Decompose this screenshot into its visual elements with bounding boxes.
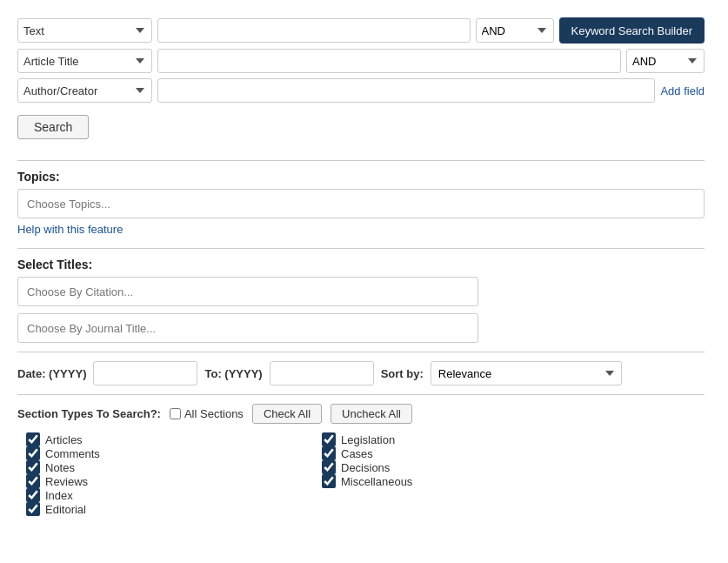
checkbox-miscellaneous: Miscellaneous [322, 474, 583, 488]
checkbox-editorial-label[interactable]: Editorial [45, 503, 86, 516]
search-button[interactable]: Search [17, 115, 89, 139]
left-checkboxes: Articles Comments Notes Reviews Index [26, 432, 287, 516]
all-sections-checkbox[interactable] [170, 408, 181, 419]
field-type-select-2[interactable]: Text Article Title Author/Creator Subjec… [17, 49, 152, 73]
checkbox-reviews: Reviews [26, 474, 287, 488]
sort-label: Sort by: [381, 367, 424, 380]
date-from-input[interactable] [93, 361, 197, 385]
checkbox-comments: Comments [26, 446, 287, 460]
connector-select-1[interactable]: AND OR NOT [476, 18, 554, 43]
checkbox-articles-input[interactable] [26, 432, 40, 446]
checkbox-notes-input[interactable] [26, 460, 40, 474]
uncheck-all-button[interactable]: Uncheck All [331, 404, 412, 424]
sort-select[interactable]: Relevance Date Ascending Date Descending… [431, 361, 622, 385]
right-checkboxes: Legislation Cases Decisions Miscellaneou… [322, 432, 583, 516]
section-types-container: Section Types To Search?: All Sections C… [17, 404, 705, 516]
checkbox-comments-input[interactable] [26, 446, 40, 460]
checkbox-decisions-input[interactable] [322, 460, 336, 474]
checkbox-articles-label[interactable]: Articles [45, 433, 83, 446]
divider-3 [17, 352, 705, 352]
section-types-label: Section Types To Search?: [17, 407, 161, 420]
search-form: Text Article Title Author/Creator Subjec… [17, 17, 705, 516]
checkbox-index-label[interactable]: Index [45, 489, 73, 502]
field-type-select-1[interactable]: Text Article Title Author/Creator Subjec… [17, 18, 152, 43]
checkbox-reviews-input[interactable] [26, 474, 40, 488]
citation-input[interactable] [17, 277, 478, 306]
field-row-2: Text Article Title Author/Creator Subjec… [17, 49, 705, 73]
section-types-header: Section Types To Search?: All Sections C… [17, 404, 705, 424]
checkbox-comments-label[interactable]: Comments [45, 447, 100, 460]
divider-2 [17, 248, 705, 249]
checkbox-notes: Notes [26, 460, 287, 474]
checkbox-index-input[interactable] [26, 488, 40, 502]
divider-1 [17, 160, 705, 161]
checkbox-miscellaneous-input[interactable] [322, 474, 336, 488]
checkbox-index: Index [26, 488, 287, 502]
checkbox-reviews-label[interactable]: Reviews [45, 475, 88, 488]
checkbox-editorial: Editorial [26, 502, 287, 516]
checkbox-decisions: Decisions [322, 460, 583, 474]
checkbox-miscellaneous-label[interactable]: Miscellaneous [341, 475, 412, 488]
checkboxes-grid: Articles Comments Notes Reviews Index [26, 432, 705, 516]
journal-input[interactable] [17, 313, 478, 343]
date-from-label: Date: (YYYY) [17, 367, 86, 380]
add-field-link[interactable]: Add field [660, 84, 705, 97]
topics-input[interactable] [17, 189, 705, 218]
all-sections-label: All Sections [170, 407, 244, 420]
date-sort-row: Date: (YYYY) To: (YYYY) Sort by: Relevan… [17, 361, 705, 385]
check-all-button[interactable]: Check All [252, 404, 322, 424]
all-sections-text: All Sections [184, 407, 244, 420]
checkbox-editorial-input[interactable] [26, 502, 40, 516]
date-to-input[interactable] [270, 361, 374, 385]
field-row-3: Text Article Title Author/Creator Subjec… [17, 78, 705, 103]
checkbox-legislation-input[interactable] [322, 432, 336, 446]
field-type-select-3[interactable]: Text Article Title Author/Creator Subjec… [17, 78, 152, 103]
field-input-1[interactable] [157, 18, 471, 43]
keyword-search-builder-button[interactable]: Keyword Search Builder [559, 17, 705, 44]
checkbox-legislation: Legislation [322, 432, 583, 446]
checkbox-cases-label[interactable]: Cases [341, 447, 373, 460]
date-to-label: To: (YYYY) [204, 367, 262, 380]
checkbox-cases-input[interactable] [322, 446, 336, 460]
divider-4 [17, 394, 705, 395]
field-input-2[interactable] [157, 49, 621, 73]
checkbox-cases: Cases [322, 446, 583, 460]
field-row-1: Text Article Title Author/Creator Subjec… [17, 17, 705, 44]
topics-label: Topics: [17, 170, 705, 184]
connector-select-2[interactable]: AND OR NOT [626, 49, 705, 73]
checkbox-notes-label[interactable]: Notes [45, 461, 75, 474]
help-link[interactable]: Help with this feature [17, 223, 705, 236]
checkbox-articles: Articles [26, 432, 287, 446]
select-titles-label: Select Titles: [17, 258, 705, 271]
field-input-3[interactable] [157, 78, 655, 103]
checkbox-legislation-label[interactable]: Legislation [341, 433, 395, 446]
checkbox-decisions-label[interactable]: Decisions [341, 461, 390, 474]
